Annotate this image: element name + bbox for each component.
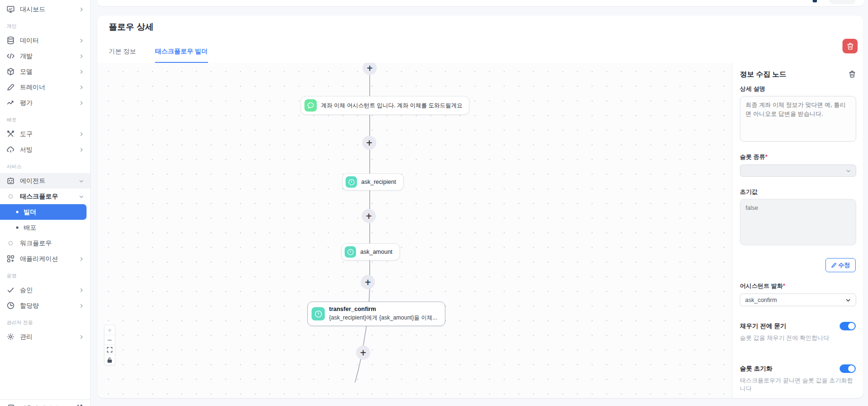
navbar-icon[interactable] bbox=[813, 0, 817, 2]
sidebar-section-operation: 운영 bbox=[0, 267, 90, 282]
sidebar-item-quota[interactable]: 할당량 bbox=[0, 298, 90, 313]
flow-detail-card: 플로우 상세 기본 정보 태스크플로우 빌더 + + + + + bbox=[97, 16, 863, 398]
utterance-select[interactable]: ask_confirm bbox=[740, 294, 856, 306]
sidebar-item-user-page[interactable]: 사용자 페이지 bbox=[0, 399, 90, 406]
top-navbar bbox=[97, 0, 864, 6]
zoom-out-button[interactable]: − bbox=[104, 335, 115, 345]
utterance-value: ask_confirm bbox=[745, 297, 777, 303]
edit-button-label: 수정 bbox=[838, 261, 850, 269]
node-label: ask_recipient bbox=[361, 179, 396, 185]
sidebar-item-approval[interactable]: 승인 bbox=[0, 282, 90, 298]
sidebar-item-trainer[interactable]: 트레이너 bbox=[0, 79, 90, 95]
sidebar-item-dashboard[interactable]: 대시보드 bbox=[0, 1, 90, 17]
chevron-down-icon bbox=[845, 297, 851, 303]
navbar-pill-button[interactable] bbox=[829, 0, 856, 4]
ring-icon bbox=[9, 241, 13, 245]
node-text-block: transfer_confirm {ask_recipient}에게 {ask_… bbox=[329, 306, 437, 322]
sidebar-item-label: 개발 bbox=[20, 52, 74, 60]
add-node-button[interactable]: + bbox=[361, 275, 375, 289]
bullet-icon bbox=[16, 226, 18, 229]
chevron-right-icon bbox=[79, 303, 84, 308]
sidebar-item-label: 사용자 페이지 bbox=[20, 404, 71, 406]
sidebar-item-data[interactable]: 데이터 bbox=[0, 33, 90, 48]
sidebar-item-label: 도구 bbox=[20, 130, 74, 138]
chevron-down-icon bbox=[79, 194, 84, 199]
chevron-right-icon bbox=[79, 132, 84, 137]
trend-line-icon bbox=[7, 99, 15, 107]
required-mark: * bbox=[783, 283, 785, 289]
slot-type-label: 슬롯 종류* bbox=[740, 153, 856, 161]
chevron-right-icon bbox=[79, 257, 84, 261]
sidebar-item-tools[interactable]: 도구 bbox=[0, 126, 90, 142]
lock-button[interactable] bbox=[104, 355, 115, 365]
ask-before-fill-label: 채우기 전에 묻기 bbox=[740, 322, 786, 330]
edit-button[interactable]: 수정 bbox=[825, 258, 856, 272]
sidebar-item-workflow[interactable]: 워크플로우 bbox=[0, 235, 90, 251]
add-node-button[interactable]: + bbox=[362, 136, 376, 150]
monitor-icon bbox=[7, 5, 15, 13]
add-node-button[interactable]: + bbox=[356, 346, 370, 360]
node-title: transfer_confirm bbox=[329, 306, 437, 312]
flow-canvas[interactable]: + + + + + 계좌 이체 어시스턴트 입니다. 계좌 이체를 도와드릴게요… bbox=[97, 63, 732, 398]
builder-content: + + + + + 계좌 이체 어시스턴트 입니다. 계좌 이체를 도와드릴게요… bbox=[97, 63, 863, 398]
sidebar-item-deployment[interactable]: 배포 bbox=[0, 220, 90, 235]
sidebar-item-taskflow[interactable]: 태스크플로우 bbox=[0, 189, 90, 204]
chevron-right-icon bbox=[79, 54, 84, 59]
panel-title: 정보 수집 노드 bbox=[740, 70, 786, 79]
cloud-icon bbox=[7, 146, 15, 154]
chevron-right-icon bbox=[79, 38, 84, 43]
sidebar-item-application[interactable]: 애플리케이션 bbox=[0, 251, 90, 267]
sidebar-section-service: 서비스 bbox=[0, 157, 90, 173]
description-textarea[interactable] bbox=[740, 96, 856, 142]
sidebar-item-label: 평가 bbox=[20, 99, 74, 107]
sidebar-item-label: 관리 bbox=[20, 333, 74, 341]
database-icon bbox=[7, 36, 15, 44]
tab-taskflow-builder[interactable]: 태스크플로우 빌더 bbox=[155, 45, 208, 63]
node-subtitle: {ask_recipient}에게 {ask_amount}을 이체... bbox=[329, 314, 437, 322]
node-label: ask_amount bbox=[360, 249, 392, 255]
app-root: 대시보드 개인 데이터 개발 모델 트레이너 평가 배포 bbox=[0, 0, 868, 406]
sidebar-item-builder[interactable]: 빌더 bbox=[0, 204, 87, 220]
initial-value-textarea[interactable] bbox=[740, 199, 856, 245]
external-link-icon bbox=[77, 404, 83, 406]
sidebar-item-label: 빌더 bbox=[24, 208, 80, 216]
ask-before-fill-row: 채우기 전에 묻기 bbox=[740, 322, 856, 330]
grid-plus-icon bbox=[7, 255, 15, 263]
chevron-right-icon bbox=[79, 69, 84, 74]
node-ask-recipient[interactable]: ask_recipient bbox=[342, 173, 404, 190]
ask-before-fill-toggle[interactable] bbox=[840, 322, 856, 330]
sidebar-item-evaluation[interactable]: 평가 bbox=[0, 95, 90, 111]
sidebar-item-model[interactable]: 모델 bbox=[0, 64, 90, 79]
ask-before-fill-desc: 슬롯 값을 채우기 전에 확인합니다 bbox=[740, 334, 856, 342]
ring-icon bbox=[9, 194, 13, 199]
fit-view-button[interactable] bbox=[104, 345, 115, 355]
utterance-label: 어시스턴트 발화* bbox=[740, 282, 856, 290]
sidebar-item-develop[interactable]: 개발 bbox=[0, 48, 90, 64]
toggle-knob bbox=[848, 365, 855, 372]
sidebar-section-deploy: 배포 bbox=[0, 111, 90, 126]
tab-basic-info[interactable]: 기본 정보 bbox=[109, 45, 136, 63]
sidebar-item-label: 배포 bbox=[24, 224, 84, 232]
sidebar-item-label: 태스크플로우 bbox=[20, 192, 74, 201]
chevron-right-icon bbox=[79, 335, 84, 339]
sidebar-item-agent[interactable]: 에이전트 bbox=[0, 173, 90, 189]
node-ask-amount[interactable]: ask_amount bbox=[341, 243, 400, 260]
sidebar-item-admin[interactable]: 관리 bbox=[0, 329, 90, 345]
sidebar-item-label: 승인 bbox=[20, 286, 74, 294]
add-node-button[interactable]: + bbox=[363, 63, 377, 75]
chevron-down-icon bbox=[79, 179, 84, 183]
add-node-button[interactable]: + bbox=[362, 209, 376, 223]
delete-node-icon[interactable] bbox=[849, 70, 856, 78]
slot-reset-toggle[interactable] bbox=[840, 364, 856, 373]
slot-type-select[interactable] bbox=[740, 164, 856, 177]
zoom-in-button[interactable]: + bbox=[104, 325, 115, 335]
node-greeting[interactable]: 계좌 이체 어시스턴트 입니다. 계좌 이체를 도와드릴게요 bbox=[301, 96, 469, 115]
info-icon bbox=[312, 307, 325, 320]
chevron-right-icon bbox=[79, 7, 84, 12]
node-transfer-confirm[interactable]: transfer_confirm {ask_recipient}에게 {ask_… bbox=[307, 302, 445, 326]
description-label: 상세 설명 bbox=[740, 85, 856, 93]
sidebar-item-serving[interactable]: 서빙 bbox=[0, 142, 90, 157]
sidebar-item-label: 에이전트 bbox=[20, 177, 74, 185]
quota-clock-icon bbox=[7, 302, 15, 310]
sidebar-section-personal: 개인 bbox=[0, 17, 90, 33]
